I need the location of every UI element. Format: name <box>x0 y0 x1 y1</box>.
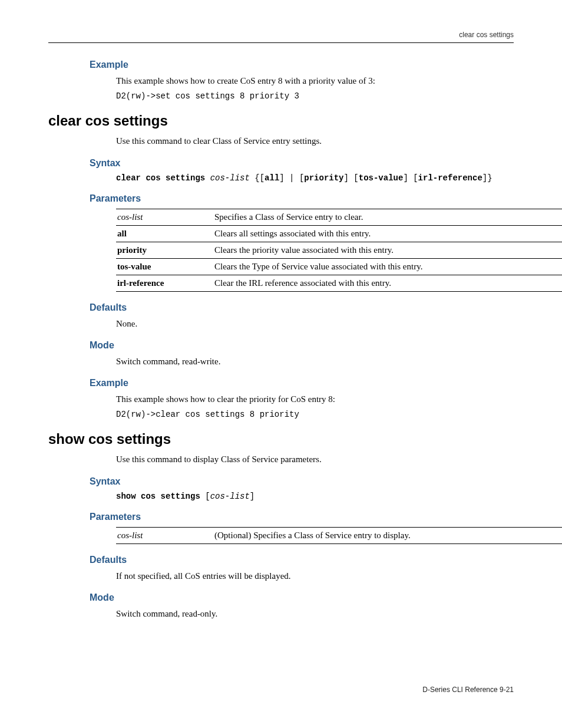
syntax-cmd: clear cos settings <box>116 173 205 183</box>
param-desc: Clear the IRL reference associated with … <box>213 275 562 291</box>
param-desc: (Optional) Specifies a Class of Service … <box>213 527 562 543</box>
table-row: tos-valueClears the Type of Service valu… <box>116 258 562 275</box>
param-desc: Clears the priority value associated wit… <box>213 242 562 258</box>
defaults-heading: Defaults <box>48 302 514 313</box>
table-row: irl-referenceClear the IRL reference ass… <box>116 275 562 291</box>
syntax-arg: cos-list <box>210 173 250 183</box>
section-title-clear: clear cos settings <box>48 113 514 129</box>
syntax-heading: Syntax <box>48 158 514 169</box>
syntax-sep: {[ <box>250 173 265 183</box>
param-name: irl-reference <box>116 275 213 291</box>
mode-text: Switch command, read-write. <box>48 355 514 367</box>
defaults-text: If not specified, all CoS entries will b… <box>48 570 514 582</box>
syntax-line: show cos settings [cos-list] <box>48 492 514 501</box>
example-code: D2(rw)->set cos settings 8 priority 3 <box>48 91 514 101</box>
syntax-line: clear cos settings cos-list {[all] | [pr… <box>48 173 514 183</box>
section-desc: Use this command to clear Class of Servi… <box>48 135 514 147</box>
mode-heading: Mode <box>48 592 514 603</box>
param-name: cos-list <box>116 209 213 225</box>
mode-text: Switch command, read-only. <box>48 608 514 620</box>
syntax-cmd: show cos settings <box>116 492 200 501</box>
parameters-table: cos-list(Optional) Specifies a Class of … <box>116 527 562 544</box>
syntax-heading: Syntax <box>48 476 514 487</box>
param-name: cos-list <box>116 527 213 543</box>
param-desc: Specifies a Class of Service entry to cl… <box>213 209 562 225</box>
syntax-sep: ] [ <box>403 173 418 183</box>
section-title-show: show cos settings <box>48 431 514 447</box>
syntax-all: all <box>265 173 279 183</box>
example-text: This example shows how to clear the prio… <box>48 393 514 405</box>
syntax-sep: ] [ <box>344 173 359 183</box>
table-row: cos-listSpecifies a Class of Service ent… <box>116 209 562 225</box>
param-name: tos-value <box>116 258 213 275</box>
syntax-close: ] <box>250 492 254 501</box>
param-name: all <box>116 225 213 242</box>
example-heading: Example <box>48 378 514 388</box>
syntax-sep: ] | [ <box>279 173 304 183</box>
defaults-text: None. <box>48 318 514 330</box>
example-text: This example shows how to create CoS ent… <box>48 75 514 87</box>
syntax-irl: irl-reference <box>418 173 482 183</box>
example-code: D2(rw)->clear cos settings 8 priority <box>48 410 514 419</box>
table-row: priorityClears the priority value associ… <box>116 242 562 258</box>
table-row: cos-list(Optional) Specifies a Class of … <box>116 527 562 543</box>
syntax-priority: priority <box>304 173 343 183</box>
mode-heading: Mode <box>48 340 514 351</box>
param-desc: Clears the Type of Service value associa… <box>213 258 562 275</box>
parameters-heading: Parameters <box>48 193 514 204</box>
page-footer: D-Series CLI Reference 9-21 <box>422 686 514 694</box>
table-row: allClears all settings associated with t… <box>116 225 562 242</box>
section-desc: Use this command to display Class of Ser… <box>48 453 514 465</box>
param-desc: Clears all settings associated with this… <box>213 225 562 242</box>
running-header: clear cos settings <box>48 31 514 43</box>
syntax-tos: tos-value <box>359 173 404 183</box>
defaults-heading: Defaults <box>48 555 514 565</box>
page: clear cos settings Example This example … <box>0 0 562 728</box>
syntax-open: [ <box>200 492 210 501</box>
param-name: priority <box>116 242 213 258</box>
syntax-arg: cos-list <box>210 492 250 501</box>
example-heading: Example <box>48 60 514 70</box>
parameters-table: cos-listSpecifies a Class of Service ent… <box>116 209 562 292</box>
syntax-sep: ]} <box>482 173 492 183</box>
parameters-heading: Parameters <box>48 512 514 522</box>
